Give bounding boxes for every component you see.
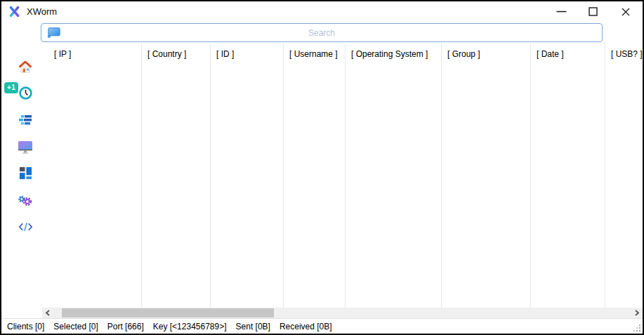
column-header-os[interactable]: [ Operating System ] <box>346 49 441 59</box>
notification-badge: +1 <box>4 82 18 93</box>
close-button[interactable] <box>609 1 643 22</box>
column-header-group[interactable]: [ Group ] <box>442 49 530 59</box>
client-list-body[interactable]: [ IP ][ Country ][ ID ][ Username ][ Ope… <box>42 44 643 308</box>
column-username: [ Username ] <box>284 44 346 308</box>
status-clients: Clients [0] <box>7 322 44 331</box>
horizontal-scrollbar[interactable] <box>42 308 643 318</box>
search-row <box>1 22 643 44</box>
search-box <box>41 23 603 42</box>
scrollbar-track[interactable] <box>53 308 631 318</box>
sidebar-item-plugins[interactable] <box>17 192 34 207</box>
column-os: [ Operating System ] <box>346 44 442 308</box>
column-header-id[interactable]: [ ID ] <box>211 49 283 59</box>
column-header-country[interactable]: [ Country ] <box>142 49 210 59</box>
clock-icon <box>18 86 33 100</box>
close-icon <box>621 7 631 17</box>
sidebar-item-monitor[interactable] <box>17 139 34 154</box>
window-controls <box>546 1 643 22</box>
chevron-left-icon <box>45 310 51 316</box>
column-header-username[interactable]: [ Username ] <box>284 49 345 59</box>
column-header-ip[interactable]: [ IP ] <box>42 49 141 59</box>
home-icon <box>18 60 33 74</box>
scroll-left-button[interactable] <box>42 308 53 318</box>
status-received: Received [0B] <box>280 322 332 331</box>
resize-grip[interactable] <box>632 323 641 332</box>
status-selected: Selected [0] <box>53 322 98 331</box>
column-group: [ Group ] <box>442 44 531 308</box>
minimize-icon <box>556 11 567 13</box>
column-ip: [ IP ] <box>42 44 142 308</box>
status-sent: Sent [0B] <box>236 322 270 331</box>
sidebar: +1 <box>1 44 42 318</box>
column-country: [ Country ] <box>142 44 211 308</box>
scrollbar-thumb[interactable] <box>62 308 274 317</box>
gears-icon <box>18 193 33 207</box>
status-items: Clients [0]Selected [0]Port [666]Key [<1… <box>7 322 332 331</box>
app-logo-icon <box>8 6 20 18</box>
maximize-button[interactable] <box>577 1 609 22</box>
client-table: [ IP ][ Country ][ ID ][ Username ][ Ope… <box>42 44 643 318</box>
chevron-right-icon <box>634 310 640 316</box>
column-usb: [ USB? ] <box>605 44 643 308</box>
maximize-icon <box>589 7 598 16</box>
sidebar-item-recent[interactable]: +1 <box>17 86 34 100</box>
window-title: XWorm <box>27 6 57 17</box>
column-id: [ ID ] <box>211 44 284 308</box>
sidebar-item-code[interactable] <box>17 219 34 234</box>
status-port: Port [666] <box>107 322 144 331</box>
scroll-right-button[interactable] <box>631 308 643 318</box>
monitor-icon <box>17 140 34 154</box>
main-area: +1 <box>1 44 643 318</box>
statusbar: Clients [0]Selected [0]Port [666]Key [<1… <box>1 318 643 334</box>
sidebar-item-tasks[interactable] <box>17 112 34 127</box>
column-header-usb[interactable]: [ USB? ] <box>605 49 643 59</box>
column-header-date[interactable]: [ Date ] <box>531 49 605 59</box>
layout-grid-icon <box>19 166 32 180</box>
xworm-window: XWorm <box>0 0 644 335</box>
code-icon <box>18 222 33 232</box>
titlebar[interactable]: XWorm <box>1 1 643 22</box>
sidebar-item-home[interactable] <box>17 59 34 74</box>
status-key: Key [<123456789>] <box>153 322 227 331</box>
search-input[interactable] <box>41 24 602 41</box>
sidebar-item-apps[interactable] <box>17 166 34 180</box>
column-date: [ Date ] <box>531 44 605 308</box>
tasks-list-icon <box>18 115 32 125</box>
minimize-button[interactable] <box>546 1 577 22</box>
